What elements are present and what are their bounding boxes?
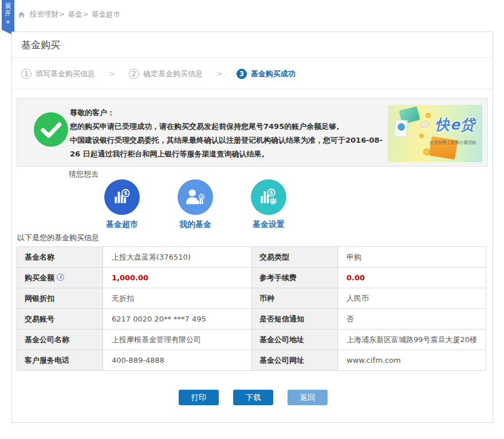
breadcrumb-item[interactable]: 投资理财 [30, 10, 58, 18]
ad-banner[interactable]: 快e贷 全流程网上自助小额贷款 [388, 105, 482, 162]
step-item: 2确定基金购买信息 [129, 69, 203, 79]
table-row: 基金名称上投大盘蓝筹(376510)交易类型申购 [17, 247, 486, 268]
table-label-cell: 客户服务电话 [17, 350, 103, 371]
info-icon[interactable]: i [57, 273, 64, 281]
table-value-cell: 1,000.00 [103, 268, 252, 288]
ad-coin-icon [423, 148, 430, 155]
download-button[interactable]: 下载 [233, 390, 273, 405]
table-value-cell: 6217 0020 20** ***7 495 [103, 309, 252, 330]
table-row: 网银折扣无折扣币种人民币 [17, 288, 486, 309]
suggest-item-label: 我的基金 [179, 220, 211, 230]
table-value-cell: 否 [338, 309, 486, 330]
suggest-label: 猜您想去 [69, 169, 99, 179]
svg-text:$: $ [270, 190, 273, 195]
actions-bar: 打印下载返回 [179, 390, 328, 405]
suggest-item-label: 基金设置 [253, 220, 285, 230]
page-title: 基金购买 [12, 32, 493, 58]
table-label-cell: 交易账号 [17, 309, 103, 330]
table-label-cell: 基金公司网址 [252, 350, 338, 371]
breadcrumb-separator: > [59, 10, 65, 18]
suggest-item-label: 基金超市 [106, 220, 138, 230]
ad-subtitle: 全流程网上自助小额贷款 [430, 140, 477, 146]
print-button[interactable]: 打印 [179, 390, 219, 405]
home-icon[interactable] [17, 10, 26, 19]
table-value-cell: www.cifm.com [338, 350, 486, 371]
notice-salutation: 尊敬的客户： [70, 106, 386, 120]
table-label-cell: 基金公司名称 [17, 330, 103, 350]
details-table: 基金名称上投大盘蓝筹(376510)交易类型申购购买金额i1,000.00参考手… [17, 246, 486, 371]
main-panel: 基金购买 1填写基金购买信息>2确定基金购买信息>3基金购买成功 尊敬的客户： … [11, 32, 493, 423]
fund-market-icon: $ [104, 179, 140, 215]
fund-settings-icon: $ [251, 179, 286, 215]
notice-text: 尊敬的客户： 您的购买申请已受理成功，请在购买交易发起前保持您尾号7495的账户… [70, 106, 386, 161]
my-funds-icon: $ [178, 179, 213, 215]
breadcrumb-separator: > [82, 10, 88, 18]
ad-coin-icon [419, 134, 424, 138]
table-value-cell: 无折扣 [103, 288, 252, 309]
breadcrumb-item[interactable]: 基金 [68, 10, 82, 18]
table-label-cell: 网银折扣 [17, 288, 103, 309]
table-label-cell: 是否短信通知 [252, 309, 338, 330]
step-separator: > [109, 69, 115, 78]
notice-line-2: 中国建设银行受理交易委托，其结果最终确认以注册登记机构确认结果为准，您可于201… [70, 134, 386, 161]
table-label-cell: 基金名称 [17, 247, 103, 268]
notice-line-1: 您的购买申请已受理成功，请在购买交易发起前保持您尾号7495的账户余额足够。 [70, 120, 386, 134]
table-row: 购买金额i1,000.00参考手续费0.00 [17, 268, 486, 288]
step-label: 填写基金购买信息 [36, 69, 95, 79]
table-label-cell: 基金公司地址 [252, 330, 338, 350]
table-value-cell: 上海浦东新区富城路99号震旦大厦20楼 [338, 330, 486, 350]
table-label-cell: 币种 [252, 288, 338, 309]
step-separator: > [216, 69, 223, 78]
table-value-cell: 上投摩根基金管理有限公司 [103, 330, 252, 350]
ad-mouse-shape [419, 120, 430, 129]
step-number: 1 [21, 69, 32, 79]
steps-bar: 1填写基金购买信息>2确定基金购买信息>3基金购买成功 [12, 58, 493, 89]
ad-coin-icon [426, 113, 431, 118]
table-label-cell: 参考手续费 [252, 268, 338, 288]
svg-text:$: $ [200, 195, 203, 199]
table-value-cell: 人民币 [338, 288, 486, 309]
table-label-cell: 购买金额i [17, 268, 103, 288]
page-container: 展开 » 投资理财>基金>基金超市 基金购买 1填写基金购买信息>2确定基金购买… [0, 0, 504, 439]
table-label-cell: 交易类型 [252, 247, 338, 268]
expand-ribbon[interactable]: 展开 » [2, 0, 14, 36]
suggest-item-我的基金[interactable]: $我的基金 [178, 179, 213, 215]
suggest-item-基金超市[interactable]: $基金超市 [104, 179, 140, 215]
table-value-cell: 上投大盘蓝筹(376510) [103, 247, 252, 268]
breadcrumb: 投资理财>基金>基金超市 [17, 10, 120, 19]
suggest-item-基金设置[interactable]: $ 基金设置 [251, 179, 286, 215]
breadcrumb-item[interactable]: 基金超市 [92, 10, 120, 18]
step-label: 确定基金购买信息 [143, 69, 203, 79]
notice-box: 尊敬的客户： 您的购买申请已受理成功，请在购买交易发起前保持您尾号7495的账户… [17, 98, 488, 167]
breadcrumb-items: 投资理财>基金>基金超市 [30, 10, 120, 19]
step-number: 2 [129, 69, 139, 79]
double-chevron-icon: » [2, 18, 14, 25]
table-row: 客户服务电话400-889-4888基金公司网址www.cifm.com [17, 350, 486, 371]
table-row: 交易账号6217 0020 20** ***7 495是否短信通知否 [17, 309, 486, 330]
table-value-cell: 申购 [338, 247, 486, 268]
step-label: 基金购买成功 [251, 69, 296, 79]
table-value-cell: 400-889-4888 [103, 350, 252, 371]
step-number: 3 [237, 69, 247, 79]
ad-title: 快e贷 [435, 115, 475, 134]
success-check-icon [34, 112, 68, 147]
step-item: 1填写基金购买信息 [21, 69, 95, 79]
table-row: 基金公司名称上投摩根基金管理有限公司基金公司地址上海浦东新区富城路99号震旦大厦… [17, 330, 486, 350]
expand-ribbon-label: 展开 [4, 2, 12, 17]
details-heading: 以下是您的基金购买信息 [17, 233, 99, 243]
step-item: 3基金购买成功 [237, 69, 296, 79]
back-button[interactable]: 返回 [288, 390, 328, 405]
table-value-cell: 0.00 [338, 268, 486, 288]
svg-text:$: $ [124, 190, 127, 196]
ad-card-shape [394, 119, 408, 137]
